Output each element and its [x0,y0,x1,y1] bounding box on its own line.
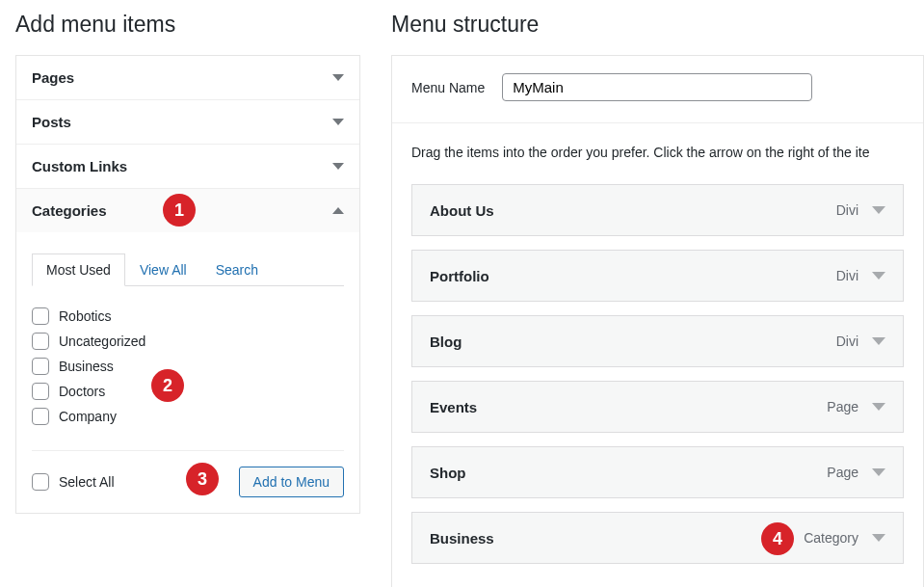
select-all-label: Select All [59,474,115,490]
annotation-badge-4: 4 [761,522,794,555]
menu-item-title: About Us [430,202,494,219]
accordion-panel: Pages Posts Custom Links Categories 1 [15,55,360,514]
category-label: Robotics [59,308,111,324]
menu-items-list: About Us Divi Portfolio Divi Blog Divi [392,184,923,587]
chevron-down-icon [332,163,344,170]
menu-item[interactable]: Blog Divi [411,315,904,367]
menu-structure-heading: Menu structure [391,0,924,55]
checkbox[interactable] [32,473,49,491]
annotation-badge-3: 3 [186,463,219,495]
select-all-row[interactable]: Select All [32,473,115,491]
menu-item-title: Shop [430,465,466,481]
checkbox[interactable] [32,408,49,425]
list-item[interactable]: Company [32,404,344,429]
annotation-badge-1: 1 [163,194,196,227]
annotation-badge-2: 2 [151,369,184,402]
chevron-down-icon[interactable] [872,337,885,345]
category-label: Company [59,409,117,424]
panel-label: Categories [32,202,107,219]
chevron-down-icon [332,119,344,125]
category-checklist: Robotics Uncategorized Business Doctors [32,304,344,429]
panel-label: Pages [32,69,74,86]
menu-name-input[interactable] [502,73,812,101]
categories-tabs: Most Used View All Search [32,253,344,286]
panel-label: Custom Links [32,158,127,174]
menu-item-type: Divi [836,268,858,283]
menu-item-title: Portfolio [430,268,489,284]
tab-most-used[interactable]: Most Used [32,253,125,286]
menu-item[interactable]: About Us Divi [411,184,904,236]
menu-item-type: Divi [836,202,858,218]
add-to-menu-button[interactable]: Add to Menu [239,467,344,497]
chevron-down-icon[interactable] [872,534,885,542]
category-label: Uncategorized [59,334,145,349]
menu-item-type: Category [804,530,858,546]
panel-pages[interactable]: Pages [16,56,359,99]
list-item[interactable]: Uncategorized [32,329,344,354]
categories-controls: Select All 3 Add to Menu [32,450,344,497]
chevron-down-icon [332,74,344,81]
checkbox[interactable] [32,333,49,350]
panel-label: Posts [32,114,71,130]
checkbox[interactable] [32,307,49,325]
panel-custom-links[interactable]: Custom Links [16,145,359,188]
categories-body: Most Used View All Search Robotics Uncat… [16,232,359,513]
checkbox[interactable] [32,358,49,375]
chevron-down-icon[interactable] [872,206,885,214]
category-label: Doctors [59,384,105,399]
add-items-heading: Add menu items [15,0,360,55]
tab-view-all[interactable]: View All [125,253,201,286]
tab-search[interactable]: Search [201,253,273,286]
menu-structure-box: Menu Name Drag the items into the order … [391,55,924,587]
menu-item-title: Blog [430,334,462,350]
menu-item[interactable]: Events Page [411,381,904,433]
chevron-down-icon[interactable] [872,468,885,476]
menu-name-label: Menu Name [411,80,485,95]
chevron-down-icon[interactable] [872,403,885,411]
menu-item[interactable]: Shop Page [411,446,904,498]
menu-item-type: Page [827,465,858,480]
menu-item-type: Page [827,399,858,414]
menu-item-title: Events [430,399,477,415]
checkbox[interactable] [32,383,49,400]
category-label: Business [59,359,114,374]
menu-item[interactable]: Business 4 Category [411,512,904,564]
list-item[interactable]: Doctors [32,379,344,404]
instructions-text: Drag the items into the order you prefer… [392,123,923,184]
panel-posts[interactable]: Posts [16,100,359,144]
chevron-down-icon[interactable] [872,272,885,280]
menu-item-title: Business [430,530,494,547]
menu-item-type: Divi [836,334,858,349]
chevron-up-icon [332,207,344,214]
list-item[interactable]: Robotics [32,304,344,329]
menu-name-row: Menu Name [392,56,923,123]
list-item[interactable]: Business [32,354,344,379]
menu-item[interactable]: Portfolio Divi [411,250,904,302]
